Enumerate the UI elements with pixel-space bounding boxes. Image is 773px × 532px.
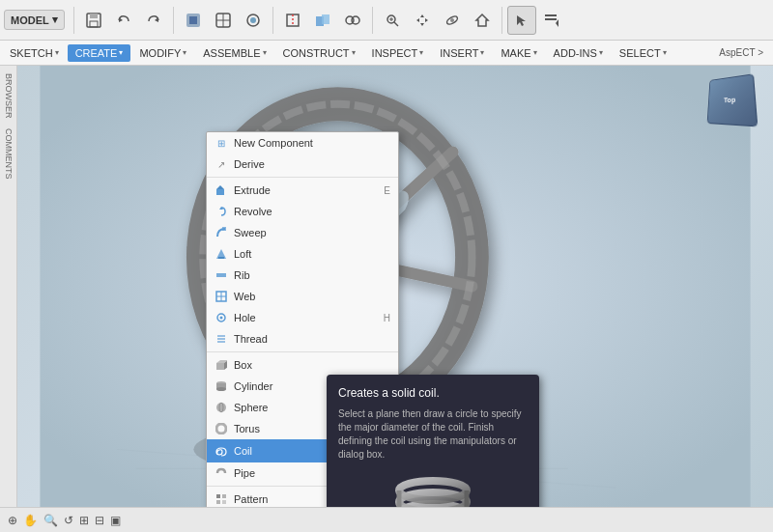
status-icon-grid[interactable]: ⊞ — [79, 514, 89, 527]
svg-point-67 — [216, 403, 226, 412]
menu-sweep[interactable]: Sweep — [207, 222, 398, 243]
status-icon-1[interactable]: ⊕ — [8, 514, 17, 527]
menu-thread[interactable]: Thread — [207, 328, 398, 350]
status-icon-zoom[interactable]: 🔍 — [43, 514, 58, 527]
save-button[interactable] — [79, 6, 108, 35]
viewport[interactable]: Top ⊞ New Component ↗ Derive Extrude — [17, 66, 773, 507]
svg-rect-6 — [189, 16, 197, 24]
menu-construct[interactable]: CONSTRUCT ▾ — [275, 44, 363, 62]
svg-point-66 — [216, 387, 226, 391]
menu-assemble[interactable]: ASSEMBLE ▾ — [195, 44, 273, 62]
menu-sketch[interactable]: SKETCH ▾ — [2, 44, 67, 62]
menu-modify[interactable]: MODIFY ▾ — [131, 44, 194, 62]
addins-arrow: ▾ — [599, 48, 603, 57]
menu-new-component[interactable]: ⊞ New Component — [207, 132, 398, 154]
coil-tooltip: Creates a solid coil. Select a plane the… — [327, 375, 539, 507]
inspect-arrow: ▾ — [419, 48, 423, 57]
cube-top-label: Top — [724, 96, 735, 102]
component-button[interactable] — [308, 6, 337, 35]
svg-rect-49 — [222, 227, 226, 231]
toolbar-group-view — [278, 6, 367, 35]
extrude-label: Extrude — [234, 184, 271, 196]
redo-button[interactable] — [139, 6, 168, 35]
status-icon-view[interactable]: ▣ — [110, 514, 121, 527]
menu-derive[interactable]: ↗ Derive — [207, 154, 398, 175]
aspect-label: AspECT > — [711, 47, 771, 58]
new-component-icon: ⊞ — [215, 136, 228, 150]
sphere-label: Sphere — [234, 402, 268, 413]
svg-marker-25 — [425, 18, 428, 22]
svg-point-17 — [352, 16, 359, 24]
svg-rect-46 — [216, 189, 224, 195]
svg-marker-22 — [420, 14, 424, 17]
sep-2 — [207, 351, 398, 352]
menu-create[interactable]: CREATE ▾ — [68, 44, 131, 62]
torus-icon — [215, 422, 228, 435]
left-sidebar: BROWSER COMMENTS — [0, 66, 17, 507]
menu-select[interactable]: SELECT ▾ — [612, 44, 674, 62]
toolbar-sep-3 — [272, 7, 273, 34]
undo-button[interactable] — [109, 6, 138, 35]
menu-extrude[interactable]: Extrude E — [207, 180, 398, 201]
home-button[interactable] — [468, 6, 497, 35]
toolbar-sep-5 — [501, 7, 502, 34]
menu-insert[interactable]: INSERT ▾ — [432, 44, 492, 62]
modify-arrow: ▾ — [183, 48, 186, 57]
svg-rect-2 — [90, 21, 98, 27]
hole-shortcut: H — [384, 313, 390, 323]
toolbar-group-display — [179, 6, 268, 35]
svg-marker-29 — [517, 15, 526, 26]
status-icon-rotate[interactable]: ↺ — [64, 514, 73, 527]
coil-svg — [385, 476, 481, 507]
nav-cube[interactable]: Top — [705, 75, 763, 133]
orbit-button[interactable] — [438, 6, 467, 35]
status-icon-2[interactable]: ✋ — [23, 514, 38, 527]
pipe-label: Pipe — [234, 467, 255, 479]
pattern-label: Pattern — [234, 493, 268, 505]
status-bar: ⊕ ✋ 🔍 ↺ ⊞ ⊟ ▣ — [0, 507, 773, 532]
joint-button[interactable] — [338, 6, 367, 35]
new-component-label: New Component — [234, 137, 313, 149]
pan-button[interactable] — [408, 6, 437, 35]
appearance-button[interactable] — [239, 6, 268, 35]
zoom-button[interactable] — [378, 6, 407, 35]
menu-addins[interactable]: ADD-INS ▾ — [546, 44, 611, 62]
display-mode-button[interactable] — [179, 6, 208, 35]
cylinder-icon — [215, 379, 228, 393]
menu-hole[interactable]: Hole H — [207, 307, 398, 328]
model-menu-button[interactable]: MODEL ▾ — [4, 10, 65, 30]
status-icon-remove[interactable]: ⊟ — [95, 514, 104, 527]
menu-revolve[interactable]: Revolve — [207, 201, 398, 222]
section-button[interactable] — [278, 6, 307, 35]
menu-box[interactable]: Box — [207, 354, 398, 376]
menu-web[interactable]: Web — [207, 286, 398, 307]
wireframe-button[interactable] — [209, 6, 238, 35]
toolbar-sep-4 — [372, 7, 373, 34]
svg-point-27 — [450, 18, 454, 22]
sidebar-comments[interactable]: COMMENTS — [2, 125, 15, 183]
svg-rect-51 — [218, 257, 224, 259]
svg-rect-61 — [216, 363, 224, 370]
sep-1 — [207, 177, 398, 178]
construct-arrow: ▾ — [352, 48, 356, 57]
coil-icon — [215, 444, 228, 458]
revolve-icon — [215, 205, 228, 218]
menu-inspect[interactable]: INSPECT ▾ — [364, 44, 432, 62]
select-arrow: ▾ — [663, 48, 667, 57]
svg-rect-52 — [216, 273, 226, 277]
derive-icon: ↗ — [215, 157, 228, 171]
select-options-button[interactable] — [537, 6, 566, 35]
sphere-icon — [215, 401, 228, 414]
menu-make[interactable]: MAKE ▾ — [493, 44, 544, 62]
sweep-icon — [215, 226, 228, 239]
menu-loft[interactable]: Loft — [207, 243, 398, 265]
loft-label: Loft — [234, 248, 251, 260]
sidebar-browser[interactable]: BROWSER — [2, 70, 15, 123]
coil-label: Coil — [234, 445, 252, 457]
menu-rib[interactable]: Rib — [207, 265, 398, 286]
torus-label: Torus — [234, 423, 260, 434]
toolbar-group-camera — [378, 6, 497, 35]
hole-icon — [215, 311, 228, 324]
svg-marker-28 — [476, 14, 488, 26]
select-button[interactable] — [507, 6, 536, 35]
